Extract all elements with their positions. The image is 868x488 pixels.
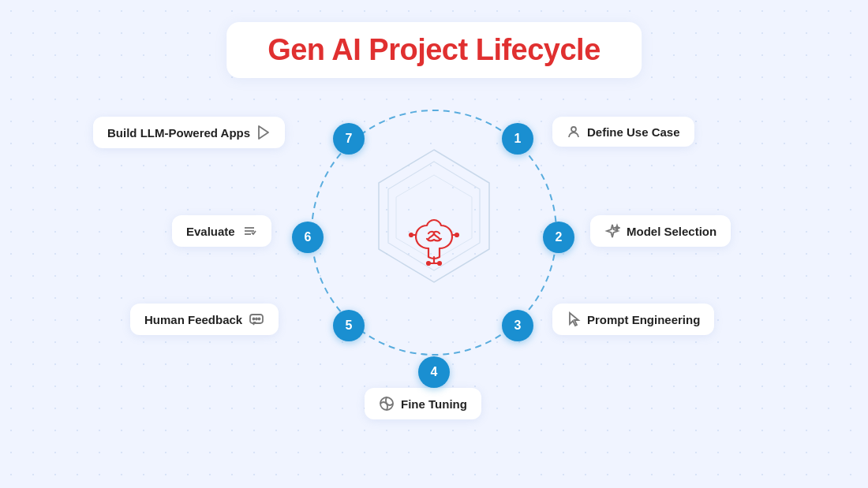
define-use-case-text: Define Use Case	[587, 125, 680, 139]
globe-icon	[379, 396, 395, 412]
list-icon	[241, 223, 257, 239]
chat-icon	[249, 311, 264, 327]
center-icon	[395, 201, 473, 280]
label-fine-tuning: Fine Tuning	[365, 388, 481, 419]
play-icon	[256, 125, 271, 140]
build-apps-text: Build LLM-Powered Apps	[107, 126, 250, 140]
svg-point-17	[256, 319, 257, 320]
label-evaluate: Evaluate	[172, 215, 271, 247]
svg-point-18	[259, 319, 260, 320]
node-6: 6	[292, 222, 324, 253]
svg-marker-22	[259, 126, 268, 139]
model-selection-text: Model Selection	[627, 225, 716, 238]
svg-point-12	[455, 233, 458, 237]
title-box: Gen AI Project Lifecycle	[226, 22, 642, 78]
fine-tuning-text: Fine Tuning	[401, 397, 467, 411]
sparkle-icon	[604, 223, 620, 239]
prompt-engineering-text: Prompt Engineering	[587, 313, 700, 326]
svg-point-16	[253, 319, 255, 320]
node-3: 3	[502, 310, 533, 341]
cursor-icon	[567, 311, 581, 327]
main-container: Gen AI Project Lifecycle	[0, 0, 868, 488]
node-5: 5	[333, 310, 365, 341]
label-define-use-case: Define Use Case	[552, 117, 694, 147]
evaluate-text: Evaluate	[186, 225, 235, 238]
brain-svg	[398, 205, 470, 276]
svg-point-8	[438, 262, 441, 265]
label-model-selection: Model Selection	[590, 215, 731, 247]
person-icon	[567, 125, 581, 139]
page-title: Gen AI Project Lifecycle	[268, 33, 600, 66]
svg-point-7	[427, 262, 430, 265]
label-human-feedback: Human Feedback	[130, 304, 279, 335]
node-1: 1	[502, 123, 533, 155]
svg-point-13	[571, 127, 576, 132]
human-feedback-text: Human Feedback	[144, 313, 242, 326]
label-prompt-engineering: Prompt Engineering	[552, 304, 714, 335]
label-build-apps: Build LLM-Powered Apps	[93, 117, 285, 148]
svg-point-10	[410, 233, 413, 237]
node-2: 2	[543, 222, 574, 253]
node-4: 4	[418, 356, 450, 388]
node-7: 7	[333, 123, 365, 155]
